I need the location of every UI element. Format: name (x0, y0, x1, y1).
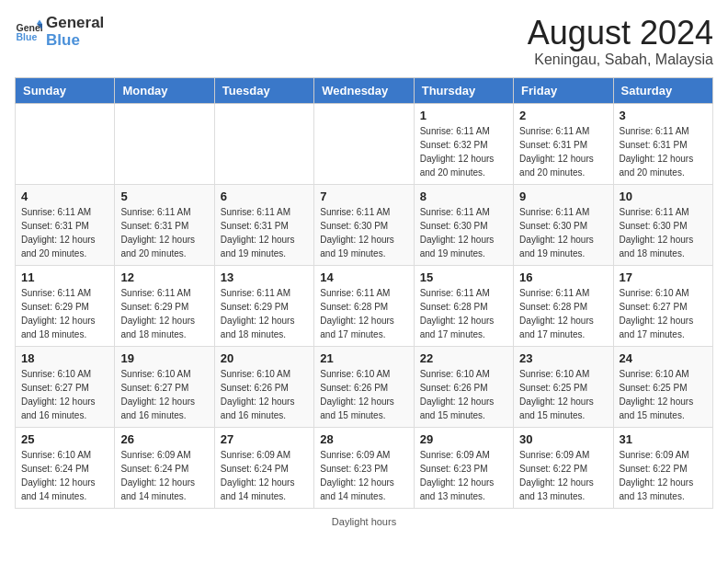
calendar-day-cell: 13Sunrise: 6:11 AM Sunset: 6:29 PM Dayli… (214, 265, 313, 346)
calendar-day-cell: 15Sunrise: 6:11 AM Sunset: 6:28 PM Dayli… (414, 265, 513, 346)
svg-text:Blue: Blue (17, 31, 38, 42)
day-number: 26 (120, 432, 208, 446)
day-info: Sunrise: 6:11 AM Sunset: 6:31 PM Dayligh… (519, 124, 607, 179)
calendar-week-row: 11Sunrise: 6:11 AM Sunset: 6:29 PM Dayli… (16, 265, 713, 346)
day-info: Sunrise: 6:09 AM Sunset: 6:24 PM Dayligh… (120, 448, 208, 503)
calendar-day-cell: 21Sunrise: 6:10 AM Sunset: 6:26 PM Dayli… (314, 346, 414, 427)
day-number: 19 (120, 351, 208, 365)
day-info: Sunrise: 6:10 AM Sunset: 6:25 PM Dayligh… (620, 367, 707, 422)
calendar-day-cell (214, 103, 313, 184)
calendar-day-cell: 9Sunrise: 6:11 AM Sunset: 6:30 PM Daylig… (514, 184, 613, 265)
calendar-day-cell: 5Sunrise: 6:11 AM Sunset: 6:31 PM Daylig… (115, 184, 214, 265)
day-number: 28 (320, 432, 407, 446)
calendar-week-row: 1Sunrise: 6:11 AM Sunset: 6:32 PM Daylig… (16, 103, 713, 184)
calendar-day-cell: 2Sunrise: 6:11 AM Sunset: 6:31 PM Daylig… (514, 103, 613, 184)
calendar-week-row: 18Sunrise: 6:10 AM Sunset: 6:27 PM Dayli… (16, 346, 713, 427)
calendar-day-cell: 25Sunrise: 6:10 AM Sunset: 6:24 PM Dayli… (16, 427, 115, 508)
day-info: Sunrise: 6:11 AM Sunset: 6:29 PM Dayligh… (120, 286, 208, 341)
calendar-body: 1Sunrise: 6:11 AM Sunset: 6:32 PM Daylig… (16, 103, 713, 508)
calendar-header-day: Thursday (414, 77, 513, 103)
calendar-day-cell: 1Sunrise: 6:11 AM Sunset: 6:32 PM Daylig… (414, 103, 513, 184)
day-info: Sunrise: 6:10 AM Sunset: 6:26 PM Dayligh… (320, 367, 407, 422)
calendar-day-cell: 20Sunrise: 6:10 AM Sunset: 6:26 PM Dayli… (214, 346, 313, 427)
calendar-header-day: Friday (514, 77, 613, 103)
day-number: 2 (519, 109, 607, 122)
calendar-day-cell: 7Sunrise: 6:11 AM Sunset: 6:30 PM Daylig… (314, 184, 414, 265)
day-info: Sunrise: 6:11 AM Sunset: 6:30 PM Dayligh… (620, 205, 707, 260)
day-info: Sunrise: 6:11 AM Sunset: 6:30 PM Dayligh… (320, 205, 407, 260)
day-info: Sunrise: 6:11 AM Sunset: 6:32 PM Dayligh… (420, 124, 507, 179)
day-number: 22 (420, 351, 507, 365)
day-info: Sunrise: 6:09 AM Sunset: 6:22 PM Dayligh… (519, 448, 607, 503)
day-info: Sunrise: 6:11 AM Sunset: 6:30 PM Dayligh… (519, 205, 607, 260)
day-number: 23 (519, 351, 607, 365)
calendar-day-cell: 17Sunrise: 6:10 AM Sunset: 6:27 PM Dayli… (613, 265, 712, 346)
day-number: 4 (21, 190, 108, 203)
day-info: Sunrise: 6:11 AM Sunset: 6:31 PM Dayligh… (120, 205, 208, 260)
day-info: Sunrise: 6:11 AM Sunset: 6:29 PM Dayligh… (21, 286, 108, 341)
calendar-day-cell: 28Sunrise: 6:09 AM Sunset: 6:23 PM Dayli… (314, 427, 414, 508)
day-info: Sunrise: 6:10 AM Sunset: 6:26 PM Dayligh… (420, 367, 507, 422)
calendar-header-day: Monday (115, 77, 214, 103)
calendar-day-cell: 27Sunrise: 6:09 AM Sunset: 6:24 PM Dayli… (214, 427, 313, 508)
day-number: 7 (320, 190, 407, 203)
day-number: 27 (221, 432, 308, 446)
calendar-day-cell: 3Sunrise: 6:11 AM Sunset: 6:31 PM Daylig… (613, 103, 712, 184)
day-info: Sunrise: 6:10 AM Sunset: 6:27 PM Dayligh… (620, 286, 707, 341)
day-info: Sunrise: 6:11 AM Sunset: 6:28 PM Dayligh… (420, 286, 507, 341)
calendar-day-cell: 29Sunrise: 6:09 AM Sunset: 6:23 PM Dayli… (414, 427, 513, 508)
day-number: 1 (420, 109, 507, 122)
day-number: 6 (221, 190, 308, 203)
calendar-day-cell: 10Sunrise: 6:11 AM Sunset: 6:30 PM Dayli… (613, 184, 712, 265)
day-number: 17 (620, 270, 707, 284)
footer-note: Daylight hours (15, 516, 713, 527)
location-title: Keningau, Sabah, Malaysia (528, 52, 713, 68)
calendar-day-cell (314, 103, 414, 184)
calendar-day-cell: 24Sunrise: 6:10 AM Sunset: 6:25 PM Dayli… (613, 346, 712, 427)
day-number: 15 (420, 270, 507, 284)
day-number: 21 (320, 351, 407, 365)
day-info: Sunrise: 6:10 AM Sunset: 6:27 PM Dayligh… (120, 367, 208, 422)
calendar-header-day: Wednesday (314, 77, 414, 103)
day-info: Sunrise: 6:09 AM Sunset: 6:22 PM Dayligh… (620, 448, 707, 503)
day-number: 16 (519, 270, 607, 284)
calendar-header-day: Saturday (613, 77, 712, 103)
day-number: 5 (120, 190, 208, 203)
calendar-week-row: 25Sunrise: 6:10 AM Sunset: 6:24 PM Dayli… (16, 427, 713, 508)
day-number: 13 (221, 270, 308, 284)
day-number: 20 (221, 351, 308, 365)
day-info: Sunrise: 6:10 AM Sunset: 6:25 PM Dayligh… (519, 367, 607, 422)
header: General Blue General Blue August 2024 Ke… (15, 15, 713, 68)
day-info: Sunrise: 6:11 AM Sunset: 6:31 PM Dayligh… (620, 124, 707, 179)
calendar-day-cell: 31Sunrise: 6:09 AM Sunset: 6:22 PM Dayli… (613, 427, 712, 508)
day-info: Sunrise: 6:09 AM Sunset: 6:23 PM Dayligh… (320, 448, 407, 503)
day-number: 11 (21, 270, 108, 284)
day-info: Sunrise: 6:11 AM Sunset: 6:28 PM Dayligh… (320, 286, 407, 341)
calendar-day-cell: 16Sunrise: 6:11 AM Sunset: 6:28 PM Dayli… (514, 265, 613, 346)
day-number: 31 (620, 432, 707, 446)
calendar-day-cell: 18Sunrise: 6:10 AM Sunset: 6:27 PM Dayli… (16, 346, 115, 427)
day-number: 14 (320, 270, 407, 284)
day-number: 25 (21, 432, 108, 446)
calendar-day-cell: 14Sunrise: 6:11 AM Sunset: 6:28 PM Dayli… (314, 265, 414, 346)
day-info: Sunrise: 6:11 AM Sunset: 6:31 PM Dayligh… (21, 205, 108, 260)
day-info: Sunrise: 6:10 AM Sunset: 6:24 PM Dayligh… (21, 448, 108, 503)
calendar-day-cell: 19Sunrise: 6:10 AM Sunset: 6:27 PM Dayli… (115, 346, 214, 427)
calendar-day-cell (115, 103, 214, 184)
calendar-day-cell: 6Sunrise: 6:11 AM Sunset: 6:31 PM Daylig… (214, 184, 313, 265)
logo: General Blue General Blue (15, 15, 104, 49)
month-title: August 2024 (528, 15, 713, 52)
calendar-day-cell: 23Sunrise: 6:10 AM Sunset: 6:25 PM Dayli… (514, 346, 613, 427)
day-number: 18 (21, 351, 108, 365)
calendar-day-cell: 30Sunrise: 6:09 AM Sunset: 6:22 PM Dayli… (514, 427, 613, 508)
calendar-day-cell: 22Sunrise: 6:10 AM Sunset: 6:26 PM Dayli… (414, 346, 513, 427)
day-info: Sunrise: 6:11 AM Sunset: 6:28 PM Dayligh… (519, 286, 607, 341)
day-info: Sunrise: 6:11 AM Sunset: 6:30 PM Dayligh… (420, 205, 507, 260)
title-area: August 2024 Keningau, Sabah, Malaysia (528, 15, 713, 68)
day-number: 3 (620, 109, 707, 122)
calendar-header-day: Sunday (16, 77, 115, 103)
day-number: 10 (620, 190, 707, 203)
day-number: 12 (120, 270, 208, 284)
day-number: 24 (620, 351, 707, 365)
logo-general-text: General (46, 15, 104, 32)
